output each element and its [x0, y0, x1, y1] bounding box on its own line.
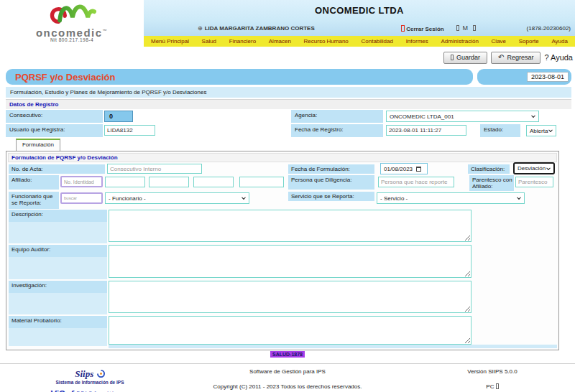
consecutivo-value: 0: [104, 111, 133, 122]
siips-subtitle: Sistema de Información de IPS: [25, 380, 155, 385]
save-button[interactable]: Guardar: [443, 52, 487, 64]
footer-center: Software de Gestión para IPS Copyright (…: [180, 368, 395, 390]
persona-diligencia-label: Persona que Diligencia:: [288, 175, 374, 190]
back-arrow-icon: ↶: [498, 55, 504, 60]
parentesco-input[interactable]: [515, 177, 553, 187]
menu-item-financiero[interactable]: Financiero: [229, 38, 256, 45]
funcionario-search-input[interactable]: [60, 192, 103, 204]
menu-item-clave[interactable]: Clave: [492, 38, 506, 45]
material-probatorio-textarea[interactable]: [109, 316, 472, 345]
investigacion-label-col: Investigación:: [9, 281, 107, 314]
unknown-glyph-icon[interactable]: [456, 25, 459, 31]
descripcion-textarea[interactable]: [109, 210, 472, 242]
equipo-auditor-label: Equipo Auditor:: [9, 245, 107, 257]
logout-button[interactable]: Cerrar Sesión: [401, 25, 444, 32]
afiliado-extra-input[interactable]: [149, 177, 189, 187]
title-row: PQRSF y/o Desviación 2023-08-01: [6, 69, 571, 85]
funcionario-label: Funcionario que se Reporta:: [9, 192, 59, 209]
estado-label: Estado:: [480, 124, 520, 137]
descripcion-label-col: Descripción:: [9, 210, 107, 243]
material-probatorio-label: Material Probatorio:: [9, 316, 107, 328]
material-probatorio-label-col: Material Probatorio:: [9, 316, 107, 346]
siips-swirl-icon: [97, 370, 105, 378]
afiliado-id-input[interactable]: [60, 176, 103, 187]
servicio-select[interactable]: - Servicio -: [377, 192, 525, 204]
afiliado-label: Afiliado:: [9, 175, 59, 190]
page-title-bar: PQRSF y/o Desviación: [6, 69, 473, 85]
footer-version: Versión SIIPS 5.0.0: [438, 368, 546, 375]
datos-de-registro-header: Datos de Registro: [6, 99, 571, 109]
menu-item-contabilidad[interactable]: Contabilidad: [361, 38, 392, 45]
footer-copyright: Copyright (C) 2011 - 2023 Todos los dere…: [180, 383, 395, 390]
parentesco-label: Parentesco con Afiliado:: [469, 175, 514, 191]
user-name: ⊕LIDA MARGARITA ZAMBRANO CORTES: [198, 25, 315, 32]
afiliado-extra-input[interactable]: [239, 177, 284, 187]
descripcion-label: Descripción:: [9, 210, 107, 222]
menu-item-soporte[interactable]: Soporte: [519, 38, 539, 45]
menu-item-salud[interactable]: Salud: [202, 38, 216, 45]
afiliado-extra-input[interactable]: [105, 177, 145, 187]
brand-nit: Nit 800.217.198-4: [0, 37, 144, 42]
formulacion-panel-header: Formulación de PQRSF y/o Desviación: [8, 153, 557, 162]
unknown-glyph-icon[interactable]: [473, 25, 476, 31]
save-icon: [451, 55, 454, 60]
consecutivo-label: Consecutivo:: [6, 110, 103, 123]
afiliado-extra-input[interactable]: [193, 177, 234, 187]
help-link[interactable]: ? Ayuda: [544, 53, 573, 62]
back-button[interactable]: ↶ Regresar: [491, 52, 540, 64]
no-acta-input[interactable]: [107, 164, 202, 174]
clasificacion-select[interactable]: Desviación: [513, 162, 555, 174]
menu-item-recurso-humano[interactable]: Recurso Humano: [304, 38, 349, 45]
equipo-auditor-label-col: Equipo Auditor:: [9, 245, 107, 279]
formulacion-panel: Formulación de PQRSF y/o Desviación No. …: [6, 151, 559, 350]
main-menu: Menú Principal Salud Financiero Almacen …: [144, 36, 575, 47]
date-pill: 2023-08-01: [477, 69, 571, 85]
estado-select[interactable]: Abierta: [526, 125, 556, 136]
investigacion-textarea[interactable]: [109, 281, 472, 313]
usuario-input[interactable]: [104, 125, 155, 136]
oncomedic-logo-icon: [34, 1, 109, 24]
funcionario-select[interactable]: - Funcionario -: [105, 192, 249, 204]
registro-row-2: Usuario que Registra: Fecha de Registro:…: [6, 124, 571, 138]
agencia-select[interactable]: ONCOMEDIC LTDA_001: [386, 111, 539, 122]
fecha-registro-label: Fecha de Registro:: [291, 124, 383, 137]
fecha-registro-input[interactable]: [386, 125, 466, 136]
footer: Siips Sistema de Información de IPS ViSo…: [0, 363, 575, 392]
menu-item-informes[interactable]: Informes: [406, 38, 428, 45]
m-shortcut[interactable]: M: [463, 24, 470, 32]
unknown-glyph-icon: [496, 383, 499, 389]
siips-logo: Siips: [75, 368, 93, 379]
logout-icon: [401, 25, 405, 32]
panel-bottom-strip: [109, 345, 557, 348]
status-badge: SALUD-1878: [270, 351, 305, 358]
menu-item-almacen[interactable]: Almacen: [269, 38, 291, 45]
equipo-auditor-textarea[interactable]: [109, 245, 472, 278]
chevron-down-icon: [548, 128, 553, 132]
chevron-down-icon: [242, 195, 246, 200]
user-bar: ⊕LIDA MARGARITA ZAMBRANO CORTES Cerrar S…: [144, 24, 575, 34]
header-mini-icons: M: [456, 24, 476, 32]
working-date-field[interactable]: 2023-08-01: [527, 72, 569, 82]
session-code: (1878-20230602): [527, 25, 571, 32]
visof-logo-block: ViSof D.D.I. Software Ltda V: [25, 387, 155, 392]
agencia-label: Agencia:: [291, 110, 383, 123]
menu-item-menu-principal[interactable]: Menú Principal: [151, 38, 189, 45]
menu-item-administracion[interactable]: Administración: [441, 38, 478, 45]
datos-de-registro-section: Datos de Registro Consecutivo: 0 Agencia…: [6, 99, 571, 139]
page-subtitle: Formulación, Estudio y Planes de Mejoram…: [6, 87, 571, 98]
tab-formulacion[interactable]: Formulación: [16, 139, 60, 151]
chevron-down-icon: [517, 195, 521, 200]
page-title: PQRSF y/o Desviación: [15, 72, 115, 83]
globe-icon: ⊕: [198, 25, 203, 32]
app-window: ONCOMEDIC LTDA ⊕LIDA MARGARITA ZAMBRANO …: [0, 0, 575, 392]
persona-diligencia-input[interactable]: [378, 177, 454, 187]
fecha-formulacion-input[interactable]: 01/08/2023: [380, 163, 428, 174]
toolbar: Guardar ↶ Regresar ? Ayuda: [0, 47, 575, 68]
chevron-down-icon: [531, 113, 535, 118]
fecha-formulacion-label: Fecha de Formulación:: [288, 164, 374, 174]
footer-right: Versión SIIPS 5.0.0 PC: [438, 368, 546, 390]
company-title: ONCOMEDIC LTDA: [144, 5, 575, 16]
menu-item-ayuda[interactable]: Ayuda: [551, 38, 568, 45]
usuario-label: Usuario que Registra:: [6, 124, 103, 137]
logo-card: oncomedic™ Nit 800.217.198-4: [0, 0, 144, 43]
